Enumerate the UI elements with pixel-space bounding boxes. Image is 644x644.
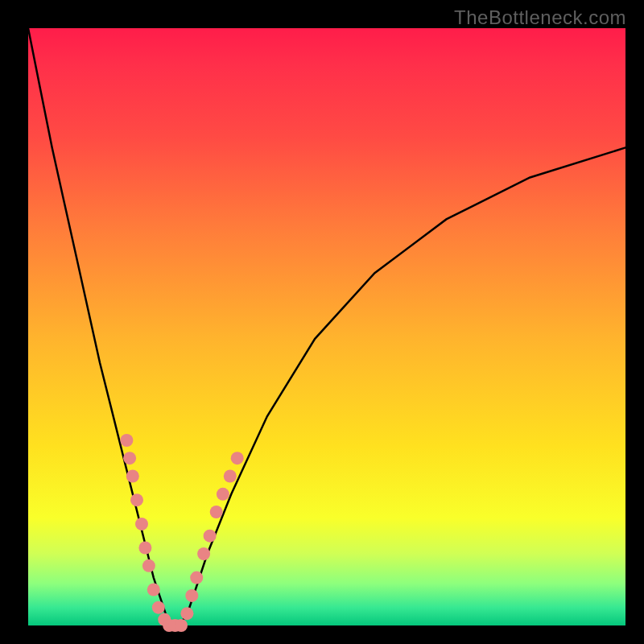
highlight-dot <box>231 452 244 464</box>
highlight-dot <box>120 434 133 447</box>
highlight-dot <box>185 589 198 602</box>
highlight-dot <box>204 530 217 543</box>
highlight-dot <box>175 619 188 632</box>
highlight-dot <box>138 542 151 555</box>
curve-layer <box>28 28 625 625</box>
highlight-dot <box>217 488 229 501</box>
highlight-dot <box>123 452 136 464</box>
highlight-dot <box>180 607 193 620</box>
highlight-dot <box>126 470 139 483</box>
highlight-dot <box>210 506 223 518</box>
watermark-text: TheBottleneck.com <box>454 6 626 29</box>
bottleneck-curve <box>28 28 625 625</box>
highlight-dot <box>224 470 237 483</box>
plot-area <box>28 28 625 625</box>
highlight-dot <box>135 518 148 530</box>
highlight-dot <box>147 584 160 597</box>
highlight-dot <box>190 572 203 584</box>
highlight-dot <box>152 601 165 614</box>
chart-frame: TheBottleneck.com <box>0 0 644 644</box>
highlight-dot <box>142 559 155 572</box>
highlight-dot <box>130 493 143 506</box>
highlight-dots <box>120 434 243 632</box>
highlight-dot <box>197 547 210 560</box>
